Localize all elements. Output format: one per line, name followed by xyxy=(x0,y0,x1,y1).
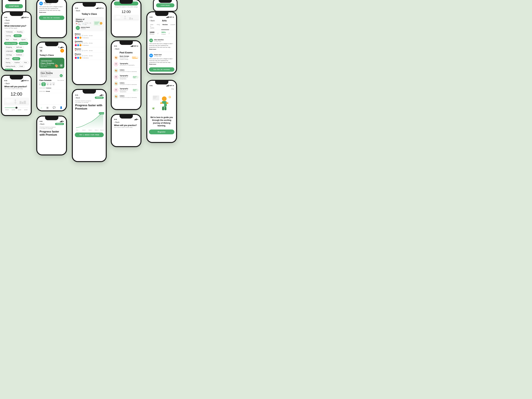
class-card-2: Live on after 2 hour Class: Reading Batc… xyxy=(39,70,64,78)
svg-point-25 xyxy=(116,16,120,19)
tag-worklife[interactable]: Work life xyxy=(4,69,13,70)
page-title: Arts xyxy=(155,19,174,23)
tag-travel[interactable]: Travel xyxy=(11,38,19,41)
premium-main-title: Progress faster with Premium xyxy=(40,130,64,136)
svg-rect-34 xyxy=(153,97,156,98)
see-reviews-button[interactable]: See the 1K reviews xyxy=(39,16,64,20)
avatar-1: AS xyxy=(149,38,153,42)
status-bar: 9:41 WiFi■ xyxy=(147,84,176,87)
practice-subtitle: Set a time to learn French daily xyxy=(112,127,140,129)
tag-music[interactable]: Music xyxy=(4,57,11,60)
schedule-title: Class Schedule xyxy=(39,79,51,81)
tag-fitness[interactable]: Fitness xyxy=(12,57,20,60)
tag-romance[interactable]: Romance xyxy=(19,42,28,45)
sky-illustration xyxy=(4,97,29,106)
read-more-link[interactable]: Read more xyxy=(39,12,46,13)
tag-tech[interactable]: Tech xyxy=(4,38,11,41)
exam-typography-1: T Typography Introduction to Typography. xyxy=(112,61,140,68)
day-wed[interactable]: Wed04 xyxy=(52,82,55,86)
reviewer-date: 20 days ago xyxy=(44,4,52,5)
svg-point-14 xyxy=(100,22,102,25)
svg-text:Week 4: Week 4 xyxy=(100,129,104,131)
continue-button-top[interactable]: CONTINUE xyxy=(5,4,23,8)
tag-climate[interactable]: Climate change xyxy=(4,42,18,45)
read-more-1[interactable]: Read more xyxy=(149,49,156,50)
svg-text:Week 3: Week 3 xyxy=(95,129,98,131)
class-detail-name: History of Physics xyxy=(76,18,91,22)
tag-sports[interactable]: Sports xyxy=(20,38,27,41)
day-tue[interactable]: Tue03 xyxy=(50,82,52,86)
back-button[interactable]: ‹ Back xyxy=(112,120,140,124)
class-batch-2: Batch: GOM (2/2) xyxy=(41,74,63,76)
tag-selfcare[interactable]: Self-care xyxy=(14,46,24,49)
svg-text:Now: Now xyxy=(76,129,78,131)
tag-studies[interactable]: Studies xyxy=(13,34,22,37)
tag-pets[interactable]: Pets xyxy=(22,61,29,64)
page-title: Today's Class xyxy=(73,12,106,16)
class-step-2: Step 06/10 xyxy=(41,76,63,77)
tab-faq[interactable]: FAQ xyxy=(156,23,161,30)
tag-cluture[interactable]: Cluture xyxy=(16,50,24,52)
time-display: 12:00 xyxy=(112,8,140,15)
back-button[interactable]: ‹ Back xyxy=(112,47,140,51)
play-button-2[interactable]: ▶ xyxy=(60,74,63,77)
tag-outdoors[interactable]: Outdoors xyxy=(14,53,24,56)
review-text: This course was such a delight to take! … xyxy=(39,6,64,13)
tag-tvmovies[interactable]: TV/Movies xyxy=(4,30,14,33)
exam-icon: 🎨 xyxy=(114,68,118,73)
day-mon[interactable]: Mon02 xyxy=(46,82,49,86)
continue-button[interactable]: CONTINUE xyxy=(114,1,138,6)
back-button[interactable]: ‹ Back xyxy=(39,123,44,125)
tag-reading[interactable]: Reading xyxy=(15,30,24,33)
time-slider[interactable]: 06:00 12:00 18:00 24:00 xyxy=(2,106,31,111)
register-button[interactable]: Register xyxy=(149,129,174,134)
tag-friends[interactable]: Making friends xyxy=(4,65,17,68)
avatar-2: PG xyxy=(149,54,153,57)
class-detail-date: 📅30 May 🕐12 Pm - 03 Am xyxy=(76,22,91,25)
status-bar: 9:41 WiFi■ xyxy=(73,7,106,9)
nav-chat[interactable]: 💬 xyxy=(53,106,56,109)
tab-review[interactable]: Review xyxy=(161,23,169,30)
read-more-2[interactable]: Read more xyxy=(149,63,156,65)
class-name: Class: Drawing.... xyxy=(41,62,63,64)
tag-gaming[interactable]: Gaming xyxy=(4,34,13,37)
nav-calendar[interactable]: ▦ xyxy=(46,106,49,109)
class-card-1: Live on after 3 hour Class: Drawing.... … xyxy=(39,58,64,69)
result-badge-view-2: Result View xyxy=(132,89,139,91)
back-button[interactable]: ‹ Back xyxy=(75,10,80,12)
premium-text: Premium learners progress xyxy=(75,100,103,101)
practice-title: When will you practice? xyxy=(2,85,31,88)
day-sat[interactable]: Sat31 xyxy=(39,82,41,86)
see-reviews-button[interactable]: See the 1K reviews xyxy=(149,67,174,72)
day-sun[interactable]: Sun01 xyxy=(41,82,46,86)
nav-home[interactable]: ⌂ xyxy=(41,106,42,109)
tag-fashion[interactable]: Fashion xyxy=(13,61,21,64)
back-button[interactable]: ‹ Back xyxy=(149,20,155,22)
reviewer-name-2: Paulo Gavi xyxy=(154,54,162,56)
phone-class-detail: 9:41 WiFi■ ‹ Back Today's Class History … xyxy=(72,2,107,85)
tag-shopping[interactable]: Shopping xyxy=(4,46,14,49)
tag-astrology[interactable]: Astrology xyxy=(4,53,14,56)
back-button[interactable]: ‹Back xyxy=(2,19,31,22)
svg-rect-8 xyxy=(24,101,26,104)
tag-food[interactable]: Food xyxy=(18,65,25,68)
tag-racing[interactable]: Racing xyxy=(4,61,12,64)
continue-button-tr[interactable]: CONTINUE xyxy=(156,3,174,7)
reviewer-date-1: 10 days ago xyxy=(154,41,164,42)
interests-title: What interested you? xyxy=(2,24,31,27)
back-button[interactable]: ‹Back xyxy=(2,82,31,85)
play-button[interactable]: ▶ xyxy=(60,64,63,67)
try-premium-button[interactable]: TRY 1 WEEK FOR FREE xyxy=(75,133,104,137)
time-display: 12:00 xyxy=(2,90,31,97)
svg-rect-42 xyxy=(160,104,164,106)
class-batch: Batch: GOM (2/2) xyxy=(41,64,63,66)
schedule-entry-1: 08:00 AM ▾ Science xyxy=(37,86,66,90)
tag-languages[interactable]: Languages xyxy=(4,50,15,52)
nav-profile[interactable]: 👤 xyxy=(60,106,63,109)
skip-button[interactable]: Skip xyxy=(171,88,174,90)
live-badge: Live on after 3 hour xyxy=(41,60,52,62)
phone-premium-small: 9:41 ■ ‹ Back PREMIUM Premium learners p… xyxy=(36,115,67,155)
back-button[interactable]: ‹ Back xyxy=(75,97,80,99)
tab-howworks[interactable]: How it works xyxy=(149,23,156,30)
tab-lesson[interactable]: Lesson xyxy=(169,23,176,30)
